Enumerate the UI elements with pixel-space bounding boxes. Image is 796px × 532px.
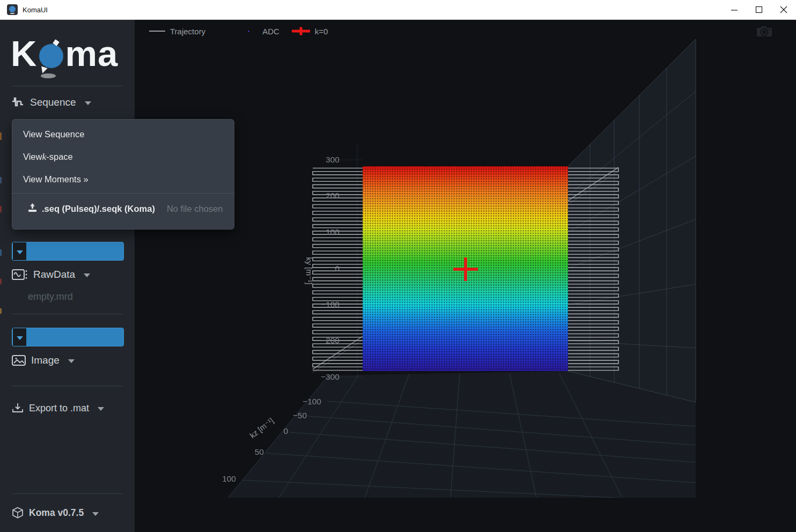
pulse-waveform-icon <box>12 97 25 108</box>
chevron-down-icon <box>68 359 75 363</box>
maximize-icon <box>755 6 763 13</box>
clipped-icon-sliver <box>0 279 2 284</box>
chevron-down-icon <box>85 101 91 105</box>
adc-dot-swatch <box>248 31 249 32</box>
kz-tick-label: −100 <box>303 397 321 406</box>
image-menu-toggle[interactable]: Image <box>12 354 75 366</box>
logo-globe-icon <box>39 44 63 68</box>
chevron-down-icon <box>17 250 23 254</box>
minimize-button[interactable] <box>722 0 747 19</box>
simulate-split-button: Simulate! <box>12 242 124 261</box>
app-icon <box>7 4 18 15</box>
clipped-icon-sliver <box>0 249 2 256</box>
simulate-options-button[interactable] <box>12 242 26 260</box>
ky-tick-label: −300 <box>321 372 340 381</box>
maximize-button[interactable] <box>747 0 771 19</box>
chevron-down-icon <box>17 336 23 340</box>
koma-logo: K ma <box>11 27 118 79</box>
legend-item-adc[interactable]: ADC <box>248 27 279 36</box>
kspace-3d-plot-canvas[interactable]: 300 200 100 0 −100 −200 −300 −100 −50 0 … <box>135 20 796 532</box>
sidebar: K ma Sequence View Sequence View k-space… <box>0 20 135 532</box>
titlebar: KomaUI <box>0 0 796 20</box>
close-button[interactable] <box>771 0 796 19</box>
upload-icon <box>27 203 38 215</box>
ky-tick-label: −100 <box>321 300 340 309</box>
camera-snapshot-icon[interactable] <box>756 24 773 39</box>
plot-legend: Trajectory ADC k=0 <box>135 24 328 38</box>
close-icon <box>780 6 787 13</box>
chevron-down-icon <box>98 407 104 411</box>
reconstruct-options-button[interactable] <box>12 328 26 346</box>
ky-tick-label: 100 <box>326 227 340 237</box>
rawdata-filename: empty.mrd <box>28 291 73 302</box>
ky-tick-label: −200 <box>321 336 340 345</box>
download-icon <box>12 402 24 414</box>
version-menu-toggle[interactable]: Koma v0.7.5 <box>12 507 99 519</box>
legend-item-trajectory[interactable]: Trajectory <box>149 27 205 36</box>
image-icon <box>12 354 26 366</box>
clipped-icon-sliver <box>0 206 2 212</box>
window-title: KomaUI <box>23 6 48 14</box>
kz-tick-label: 0 <box>283 426 288 435</box>
seq-file-upload[interactable]: .seq (Pulseq)/.seqk (Koma) No file chose… <box>12 194 234 224</box>
export-mat-toggle[interactable]: Export to .mat <box>12 402 104 414</box>
ky-axis-title: ky [m⁻¹] <box>305 257 313 284</box>
clipped-icon-sliver <box>0 132 2 140</box>
menu-item-view-moments[interactable]: View Moments » <box>12 168 234 190</box>
kz-tick-label: 100 <box>222 474 236 483</box>
clipped-icon-sliver <box>0 308 2 314</box>
ky-tick-label: 300 <box>326 155 340 164</box>
globe-icon <box>9 6 16 12</box>
menu-item-view-sequence[interactable]: View Sequence <box>12 123 234 145</box>
trajectory-line-swatch <box>149 31 165 32</box>
package-box-icon <box>12 507 24 519</box>
chevron-down-icon <box>92 512 99 516</box>
clipped-icon-sliver <box>0 177 2 183</box>
legend-item-k0[interactable]: k=0 <box>291 26 328 36</box>
kz-tick-label: −50 <box>293 411 307 420</box>
menu-item-view-kspace[interactable]: View k-space <box>12 145 234 168</box>
sequence-menu-toggle[interactable]: Sequence <box>12 97 91 108</box>
kz-axis-title: kz [m⁻¹] <box>248 416 275 440</box>
signal-display-icon <box>12 269 28 280</box>
plot-area: Trajectory ADC k=0 <box>135 20 796 532</box>
ky-tick-label: 0 <box>335 264 340 273</box>
k0-cross-swatch <box>291 26 311 36</box>
sequence-dropdown-menu: View Sequence View k-space View Moments … <box>12 119 234 230</box>
ky-tick-label: 200 <box>326 191 340 200</box>
minimize-icon <box>731 6 738 13</box>
kz-tick-label: 50 <box>255 447 264 456</box>
chevron-down-icon <box>84 274 90 277</box>
reconstruct-split-button: Reconstruct! <box>12 328 124 346</box>
rawdata-menu-toggle[interactable]: RawData <box>12 269 90 280</box>
